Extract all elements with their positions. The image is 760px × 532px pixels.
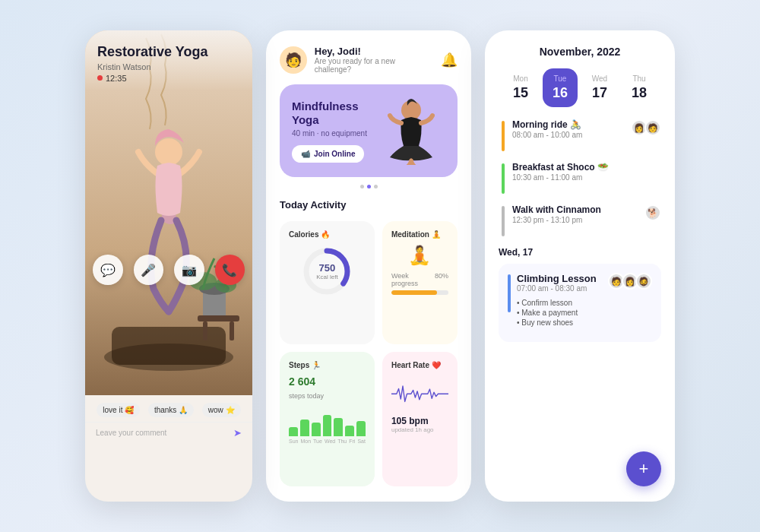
- calendar-month: November, 2022: [499, 46, 661, 58]
- event-morning-ride: Morning ride 🚴 08:00 am - 10:00 am 👩 🧑: [499, 119, 661, 151]
- camera-button[interactable]: 📷: [174, 255, 204, 285]
- bar-label-tue: Tue: [313, 439, 322, 444]
- week-progress-label: Week progress: [391, 272, 435, 287]
- featured-info: Mindfulness Yoga 40 min · no equipment 📹…: [292, 100, 377, 163]
- steps-value: 2 604: [289, 375, 366, 388]
- event-content-ride: Morning ride 🚴 08:00 am - 10:00 am: [512, 119, 623, 139]
- yoga-title: Restorative Yoga: [97, 44, 240, 61]
- cal-day-mon[interactable]: Mon 15: [503, 68, 538, 107]
- featured-class: Mindfulness Yoga 40 min · no equipment 📹…: [280, 84, 458, 177]
- meditation-progress-bar: [391, 290, 448, 295]
- chat-button[interactable]: 💬: [93, 255, 123, 285]
- reaction-wow[interactable]: wow ⭐: [202, 403, 241, 417]
- event-breakfast: Breakfast at Shoco 🥗 10:30 am - 11:00 am: [499, 162, 661, 194]
- reaction-love[interactable]: love it 🥰: [97, 403, 140, 417]
- event-title-breakfast: Breakfast at Shoco 🥗: [512, 162, 661, 173]
- event-avatars-ride: 👩 🧑: [631, 119, 661, 136]
- svg-rect-9: [230, 321, 234, 340]
- bar-wed: [323, 415, 332, 436]
- todo-2: Make a payment: [517, 309, 602, 317]
- activity-header: 🧑 Hey, Jodi! Are you ready for a new cha…: [280, 46, 458, 74]
- carousel-dots: [280, 185, 458, 188]
- todo-1: Confirm lesson: [517, 299, 602, 307]
- dot-3[interactable]: [374, 185, 378, 188]
- bar-label-mon: Mon: [300, 439, 311, 444]
- dot-2[interactable]: [367, 185, 371, 188]
- today-activity-label: Today Activity: [280, 199, 458, 211]
- activity-grid: Calories 🔥 750 Kcal left Meditation 🧘 🧘 …: [280, 221, 458, 486]
- steps-card: Steps 🏃 2 604 steps today Sun Mon Tue We…: [280, 352, 375, 487]
- event-title-ride: Morning ride 🚴: [512, 119, 623, 130]
- call-controls: 💬 🎤 📷 📞: [85, 247, 252, 293]
- calories-unit: Kcal left: [316, 274, 337, 280]
- dot-1[interactable]: [360, 185, 364, 188]
- avatar-dog: 🐕: [644, 204, 661, 221]
- greeting-sub: Are you ready for a new challenge?: [315, 57, 433, 74]
- bar-mon: [300, 420, 309, 436]
- svg-rect-8: [203, 321, 207, 340]
- meditation-card: Meditation 🧘 🧘 Week progress 80%: [382, 221, 458, 344]
- comment-input[interactable]: Leave your comment: [96, 429, 233, 437]
- steps-bars: [289, 406, 366, 436]
- bar-label-thu: Thu: [337, 439, 347, 444]
- live-indicator: [97, 75, 103, 81]
- svg-rect-7: [198, 315, 239, 321]
- event-bar-orange: [502, 121, 505, 151]
- calendar-days: Mon 15 Tue 16 Wed 17 Thu 18: [499, 68, 661, 107]
- greeting-name: Hey, Jodi!: [315, 46, 433, 57]
- featured-sub: 40 min · no equipment: [292, 129, 377, 138]
- mic-button[interactable]: 🎤: [134, 255, 164, 285]
- event-bar-green: [502, 163, 505, 194]
- cal-day-tue[interactable]: Tue 16: [543, 68, 578, 107]
- event-title-walk: Walk with Cinnamon: [512, 204, 637, 215]
- user-avatar: 🧑: [280, 46, 307, 74]
- yoga-image: Restorative Yoga Kristin Watson 12:35 💬 …: [85, 30, 252, 395]
- calories-value: 750: [316, 262, 337, 274]
- week-progress-percent: 80%: [435, 272, 448, 287]
- bar-label-sat: Sat: [357, 439, 366, 444]
- climbing-header: Climbing Lesson 07:00 am - 08:30 am Conf…: [508, 273, 652, 328]
- yoga-author: Kristin Watson: [97, 62, 240, 71]
- steps-label: Steps 🏃: [289, 361, 366, 369]
- event-bar-gray: [502, 206, 505, 236]
- calories-donut: 750 Kcal left: [289, 245, 366, 298]
- send-button[interactable]: ➤: [233, 427, 242, 439]
- climbing-title: Climbing Lesson: [517, 273, 602, 284]
- meditation-label: Meditation 🧘: [391, 230, 448, 239]
- notification-bell[interactable]: 🔔: [441, 52, 458, 68]
- featured-title: Mindfulness Yoga: [292, 100, 377, 127]
- add-event-button[interactable]: +: [626, 451, 661, 486]
- climbing-avatar-3: 🧔: [635, 273, 652, 290]
- bar-sun: [289, 427, 298, 436]
- event-climbing: Climbing Lesson 07:00 am - 08:30 am Conf…: [499, 264, 661, 342]
- bar-label-fri: Fri: [349, 439, 355, 444]
- calories-card: Calories 🔥 750 Kcal left: [280, 221, 375, 344]
- heart-updated: updated 1h ago: [391, 426, 448, 433]
- event-content-breakfast: Breakfast at Shoco 🥗 10:30 am - 11:00 am: [512, 162, 661, 182]
- event-time-walk: 12:30 pm - 13:10 pm: [512, 216, 637, 224]
- event-content-walk: Walk with Cinnamon 12:30 pm - 13:10 pm: [512, 204, 637, 224]
- event-walk: Walk with Cinnamon 12:30 pm - 13:10 pm 🐕: [499, 204, 661, 236]
- yoga-time: 12:35: [97, 74, 240, 83]
- cal-day-thu[interactable]: Thu 18: [622, 68, 657, 107]
- calendar-card: November, 2022 Mon 15 Tue 16 Wed 17 Thu …: [485, 30, 675, 502]
- call-end-button[interactable]: 📞: [215, 255, 245, 285]
- heart-rate-label: Heart Rate ❤️: [391, 361, 448, 369]
- reaction-thanks[interactable]: thanks 🙏: [148, 403, 194, 417]
- todo-3: Buy new shoes: [517, 318, 602, 327]
- greeting: Hey, Jodi! Are you ready for a new chall…: [315, 46, 433, 74]
- event-time-breakfast: 10:30 am - 11:00 am: [512, 173, 661, 182]
- steps-sub: steps today: [289, 392, 366, 400]
- yoga-info: Restorative Yoga Kristin Watson 12:35: [85, 30, 252, 90]
- bar-label-wed: Wed: [325, 439, 335, 444]
- bar-day-labels: Sun Mon Tue Wed Thu Fri Sat: [289, 439, 366, 444]
- bar-tue: [312, 423, 321, 436]
- join-button[interactable]: 📹 Join Online: [292, 145, 364, 163]
- meditation-progress-row: Week progress 80%: [391, 272, 448, 287]
- cal-day-wed[interactable]: Wed 17: [582, 68, 617, 107]
- svg-rect-2: [112, 327, 226, 365]
- heart-rate-card: Heart Rate ❤️ 105 bpm updated 1h ago: [382, 352, 458, 487]
- event-time-ride: 08:00 am - 10:00 am: [512, 131, 623, 139]
- bar-label-sun: Sun: [289, 439, 298, 444]
- climbing-time: 07:00 am - 08:30 am: [517, 284, 602, 293]
